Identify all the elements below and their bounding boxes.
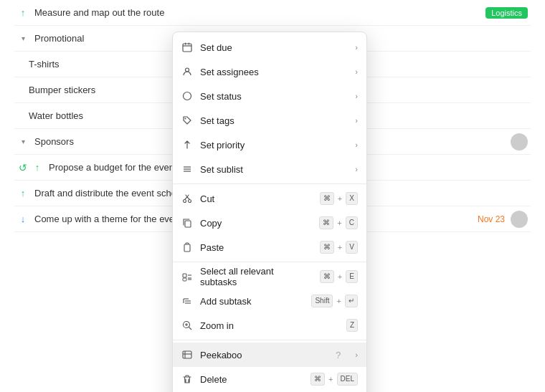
- menu-label-copy: Copy: [200, 218, 312, 229]
- svg-rect-14: [183, 278, 186, 281]
- menu-item-copy[interactable]: Copy ⌘ + C: [173, 211, 366, 235]
- priority-up-icon: ↑: [17, 188, 29, 199]
- svg-point-4: [184, 92, 191, 100]
- menu-item-add-subtask[interactable]: Add subtask Shift + ↵: [173, 289, 366, 313]
- subtask-icon: [181, 296, 193, 306]
- svg-rect-12: [184, 244, 190, 252]
- copy-icon: [181, 218, 193, 228]
- svg-point-10: [189, 200, 191, 203]
- menu-item-set-priority[interactable]: Set priority ›: [173, 133, 366, 157]
- select-icon: [181, 272, 193, 282]
- priority-cycle-icon: ↺: [17, 162, 29, 173]
- submenu-arrow: ›: [355, 116, 358, 125]
- menu-label-select-all: Select all relevant subtasks: [200, 266, 313, 287]
- menu-divider: [173, 340, 366, 340]
- circle-icon: [181, 91, 193, 101]
- svg-rect-0: [183, 44, 191, 52]
- menu-label-paste: Paste: [200, 242, 313, 253]
- zoom-icon: [181, 320, 193, 330]
- menu-item-set-tags[interactable]: Set tags ›: [173, 108, 366, 133]
- priority-icon: [181, 140, 193, 150]
- svg-rect-11: [185, 221, 191, 227]
- person-icon: [181, 67, 193, 77]
- menu-label-set-assignees: Set assignees: [200, 67, 345, 77]
- shortcut-delete: ⌘ + DEL: [311, 373, 358, 386]
- peekaboo-icon: [181, 350, 193, 360]
- menu-divider: [173, 262, 366, 262]
- shortcut-select-all: ⌘ + E: [320, 270, 358, 283]
- paste-icon: [181, 242, 193, 252]
- menu-label-peekaboo: Peekaboo: [200, 350, 328, 360]
- shortcut-zoom-in: Z: [346, 319, 358, 332]
- shortcut-cut: ⌘ + X: [320, 192, 358, 205]
- menu-item-select-all[interactable]: Select all relevant subtasks ⌘ + E: [173, 264, 366, 289]
- collapse-icon: ▾: [17, 138, 29, 145]
- menu-label-zoom-in: Zoom in: [200, 320, 339, 331]
- menu-divider: [173, 183, 366, 184]
- submenu-arrow: ›: [355, 92, 358, 100]
- context-menu: Set due › Set assignees › Set status ›: [172, 32, 367, 392]
- shortcut-add-subtask: Shift + ↵: [311, 295, 358, 307]
- menu-item-set-assignees[interactable]: Set assignees ›: [173, 59, 366, 84]
- menu-item-set-due[interactable]: Set due ›: [173, 35, 366, 59]
- submenu-arrow: ›: [355, 165, 358, 173]
- priority-up-icon: ↑: [17, 7, 29, 18]
- cut-icon: [181, 193, 193, 204]
- menu-item-set-sublist[interactable]: Set sublist ›: [173, 157, 366, 181]
- svg-point-3: [186, 68, 189, 72]
- menu-label-set-tags: Set tags: [200, 115, 345, 126]
- menu-label-delete: Delete: [200, 374, 303, 385]
- svg-point-9: [184, 200, 186, 203]
- svg-rect-25: [183, 351, 191, 358]
- menu-item-cut[interactable]: Cut ⌘ + X: [173, 186, 366, 211]
- menu-label-set-priority: Set priority: [200, 140, 345, 150]
- shortcut-paste: ⌘ + V: [320, 241, 358, 254]
- menu-item-zoom-in[interactable]: Zoom in Z: [173, 313, 366, 338]
- table-row[interactable]: ↑ Measure and map out the route Logistic…: [14, 0, 531, 26]
- sublist-icon: [181, 164, 193, 174]
- collapse-icon: ▾: [17, 34, 29, 42]
- menu-label-set-status: Set status: [200, 91, 345, 102]
- menu-item-delete[interactable]: Delete ⌘ + DEL: [173, 367, 366, 391]
- due-date: Nov 23: [478, 214, 505, 224]
- priority-up-icon: ↑: [32, 162, 43, 173]
- menu-label-add-subtask: Add subtask: [200, 296, 304, 307]
- tag-icon: [181, 115, 193, 125]
- menu-item-set-status[interactable]: Set status ›: [173, 84, 366, 108]
- menu-label-set-due: Set due: [200, 42, 345, 53]
- svg-rect-2: [189, 43, 189, 45]
- submenu-arrow: ›: [355, 140, 358, 149]
- delete-icon: [181, 374, 193, 384]
- calendar-icon: [181, 42, 193, 52]
- task-title: Measure and map out the route: [34, 7, 480, 18]
- shortcut-copy: ⌘ + C: [319, 216, 358, 229]
- svg-rect-1: [185, 43, 186, 45]
- menu-item-paste[interactable]: Paste ⌘ + V: [173, 235, 366, 259]
- priority-down-icon: ↓: [17, 214, 29, 224]
- help-icon: ?: [336, 350, 341, 360]
- logistics-tag: Logistics: [485, 7, 528, 19]
- menu-label-cut: Cut: [200, 193, 313, 204]
- submenu-arrow: ›: [355, 350, 358, 359]
- svg-point-5: [185, 118, 186, 120]
- menu-item-peekaboo[interactable]: Peekaboo ? ›: [173, 343, 366, 367]
- submenu-arrow: ›: [355, 67, 358, 76]
- submenu-arrow: ›: [355, 43, 358, 52]
- menu-label-set-sublist: Set sublist: [200, 164, 345, 175]
- svg-rect-13: [183, 274, 186, 277]
- avatar: [511, 211, 528, 228]
- svg-line-22: [189, 328, 192, 330]
- avatar: [511, 133, 528, 150]
